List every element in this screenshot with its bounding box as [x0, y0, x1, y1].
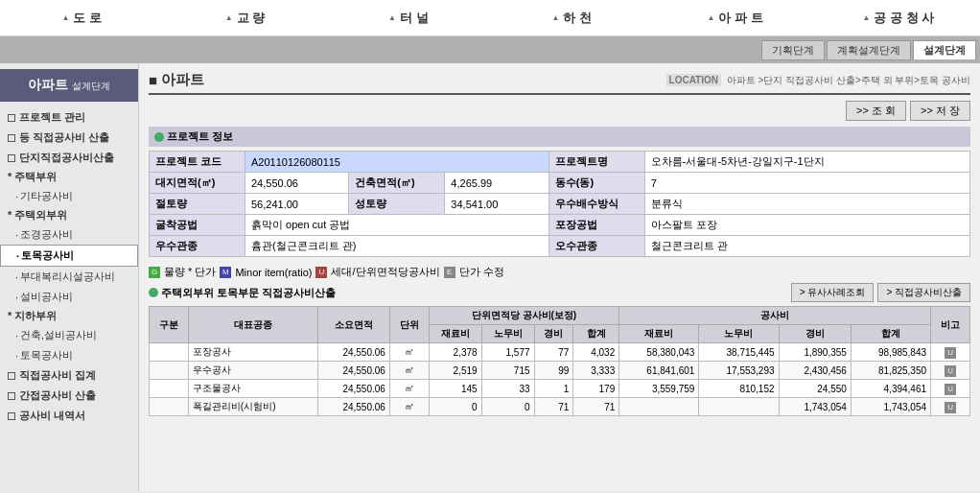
similar-case-button[interactable]: > 유사사례조회 [791, 283, 875, 302]
info-icon[interactable]: U [945, 402, 956, 413]
cell-material: 2,378 [429, 343, 481, 362]
cell-total-expense: 24,550 [779, 380, 851, 398]
dot-icon: · [15, 350, 18, 362]
cell-subtotal: 179 [573, 380, 619, 398]
sidebar-section-exterior: * 주택외부위 [0, 206, 138, 224]
field-label-build-area: 건축면적(㎡) [349, 173, 445, 194]
subsection-buttons: > 유사사례조회 > 직접공사비산출 [791, 283, 970, 302]
sidebar-item-project[interactable]: 프로젝트 관리 [0, 107, 138, 128]
cell-material: 2,519 [429, 362, 481, 380]
cell-division [150, 362, 189, 380]
cell-note[interactable]: U [931, 398, 970, 416]
sidebar-item-complex[interactable]: 단지직접공사비산출 [0, 148, 138, 168]
sidebar-item-arch[interactable]: · 건축,설비공사비 [0, 325, 138, 345]
save-button[interactable]: >> 저 장 [910, 101, 970, 121]
info-icon[interactable]: U [945, 365, 956, 377]
cell-subtotal: 71 [573, 398, 619, 416]
cell-total-sum: 81,825,350 [851, 362, 930, 380]
field-value-buildings: 7 [644, 173, 969, 194]
field-value-fill: 34,541.00 [445, 194, 548, 215]
cell-material: 145 [429, 380, 481, 398]
search-button[interactable]: >> 조 회 [846, 101, 906, 121]
sidebar-item-civil[interactable]: · 토목공사비 [0, 245, 138, 267]
page-header: ■ 아파트 LOCATION 아파트 >단지 직접공사비 산출>주택 외 부위>… [149, 71, 970, 95]
cell-unit: ㎡ [389, 398, 429, 416]
square-icon [8, 412, 15, 420]
cell-division [150, 343, 189, 362]
nav-road[interactable]: ▲ 도 로 [0, 10, 163, 27]
subnav-plan[interactable]: 기획단계 [761, 40, 825, 60]
col-header-expense: 경비 [534, 325, 573, 343]
field-label-fill: 성토량 [349, 194, 445, 215]
cell-area: 24,550.06 [317, 362, 389, 380]
cell-total-sum: 1,743,054 [851, 398, 930, 416]
col-header-material: 재료비 [429, 325, 481, 343]
cell-area: 24,550.06 [317, 380, 389, 398]
tri-icon: ▲ [707, 13, 714, 22]
table-row: 폭길관리비(시험비) 24,550.06 ㎡ 0 0 71 71 1,743,0… [150, 398, 970, 416]
sidebar-item-welfare[interactable]: · 부대복리시설공사비 [0, 267, 138, 287]
sidebar-section-residential: * 주택부위 [0, 168, 138, 186]
info-icon[interactable]: U [945, 347, 956, 359]
cell-work: 포장공사 [188, 343, 317, 362]
cell-total-expense: 1,890,355 [779, 343, 851, 362]
nav-river[interactable]: ▲ 하 천 [490, 10, 653, 27]
cell-area: 24,550.06 [317, 398, 389, 416]
sidebar-item-direct[interactable]: 등 직접공사비 산출 [0, 128, 138, 148]
nav-bridge[interactable]: ▲ 교 량 [163, 10, 326, 27]
col-header-labor: 노무비 [481, 325, 534, 343]
dot-icon: · [15, 191, 18, 202]
subnav-design1[interactable]: 계획설계단계 [827, 40, 911, 60]
sidebar-item-facilities[interactable]: · 설비공사비 [0, 287, 138, 307]
field-value-cut: 56,241.00 [245, 194, 349, 215]
cell-total-sum: 4,394,461 [851, 380, 930, 398]
cell-total-labor [699, 398, 779, 416]
cell-work: 구조물공사 [188, 380, 317, 398]
dot-icon: · [16, 250, 19, 262]
square-icon [8, 154, 15, 162]
cell-labor: 715 [481, 362, 534, 380]
info-icon[interactable]: U [945, 384, 956, 395]
table-row: 우수공사 24,550.06 ㎡ 2,519 715 99 3,333 61,8… [150, 362, 970, 380]
nav-apartment[interactable]: ▲ 아 파 트 [653, 10, 816, 27]
direct-cost-button[interactable]: > 직접공사비산출 [877, 283, 970, 302]
cost-table: 구분 대표공종 소요면적 단위 단위면적당 공사비(보정) 공사비 비고 재료비… [149, 306, 970, 416]
tri-icon: ▲ [551, 13, 559, 22]
sidebar-item-aggregate[interactable]: 직접공사비 집계 [0, 365, 138, 386]
field-value-area: 24,550.06 [245, 173, 349, 194]
square-icon [8, 134, 15, 142]
top-navigation: ▲ 도 로 ▲ 교 량 ▲ 터 널 ▲ 하 천 ▲ 아 파 트 ▲ 공 공 청 … [0, 0, 980, 36]
col-header-total-labor: 노무비 [699, 325, 779, 343]
sidebar-item-civil2[interactable]: · 토목공사비 [0, 345, 138, 365]
action-buttons: >> 조 회 >> 저 장 [149, 101, 970, 121]
col-header-area: 소요면적 [317, 307, 389, 343]
sidebar-item-statement[interactable]: 공사비 내역서 [0, 406, 138, 426]
cell-note[interactable]: U [931, 343, 970, 362]
cell-total-labor: 17,553,293 [699, 362, 779, 380]
cell-note[interactable]: U [931, 362, 970, 380]
sidebar-item-landscape[interactable]: · 조경공사비 [0, 224, 138, 245]
field-label-cut: 절토량 [150, 194, 245, 215]
table-row: 포장공사 24,550.06 ㎡ 2,378 1,577 77 4,032 58… [150, 343, 970, 362]
subsection-title: 주택외부위 토목부문 직접공사비산출 [149, 286, 336, 300]
method-label-unit: 세대/단위면적당공사비 [331, 265, 439, 279]
nav-tunnel[interactable]: ▲ 터 널 [327, 10, 490, 27]
cell-total-labor: 38,715,445 [699, 343, 779, 362]
sidebar-item-indirect[interactable]: 간접공사비 산출 [0, 386, 138, 406]
nav-public[interactable]: ▲ 공 공 청 사 [817, 10, 980, 27]
cell-subtotal: 3,333 [573, 362, 619, 380]
cell-total-expense: 1,743,054 [779, 398, 851, 416]
dot-icon: · [15, 330, 18, 341]
cell-expense: 99 [534, 362, 573, 380]
cell-area: 24,550.06 [317, 343, 389, 362]
project-info-section: 프로젝트 정보 [149, 127, 970, 147]
cell-expense: 1 [534, 380, 573, 398]
cell-work: 폭길관리비(시험비) [188, 398, 317, 416]
tri-icon: ▲ [225, 13, 233, 22]
cell-note[interactable]: U [931, 380, 970, 398]
cell-division [150, 398, 189, 416]
col-header-work: 대표공종 [188, 307, 317, 343]
location-bar: LOCATION 아파트 >단지 직접공사비 산출>주택 외 부위>토목 공사비 [666, 74, 970, 87]
sidebar-item-other[interactable]: · 기타공사비 [0, 186, 138, 206]
subnav-design2[interactable]: 설계단계 [913, 40, 976, 59]
